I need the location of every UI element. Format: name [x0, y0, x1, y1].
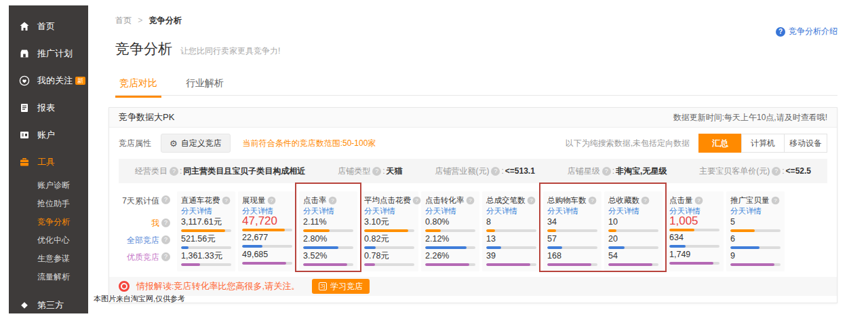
breadcrumb-separator: >: [138, 16, 142, 25]
metric-cell: 0.82元: [364, 234, 414, 251]
metric-cell: 5: [730, 217, 781, 234]
filter-colon: :: [612, 166, 614, 176]
daily-detail-link[interactable]: 分天详情: [303, 206, 353, 217]
sidebar-item-label: 账户: [37, 129, 55, 141]
question-icon[interactable]: ?: [328, 197, 336, 205]
metric-bar-fill: [425, 229, 441, 232]
question-icon[interactable]: ?: [161, 195, 170, 204]
question-icon[interactable]: ?: [771, 197, 779, 205]
tools-submenu: 账户诊断抢位助手竞争分析优化中心生意参谋流量解析: [9, 176, 88, 288]
metric-cell: 1,005: [669, 216, 719, 233]
daily-detail-link[interactable]: 分天详情: [181, 206, 231, 217]
help-link[interactable]: ? 竞争分析介绍: [776, 26, 837, 37]
breadcrumb: 首页 > 竞争分析: [115, 15, 182, 26]
metric-bar-fill: [486, 246, 501, 249]
sidebar-item-account[interactable]: 账户: [9, 121, 88, 149]
question-icon[interactable]: ?: [372, 167, 381, 176]
question-icon[interactable]: ?: [413, 197, 421, 205]
sidebar-item-my-follows[interactable]: 我的关注新: [9, 67, 88, 94]
metric-cell: 13: [486, 234, 536, 251]
metric-bar-track: [547, 263, 597, 266]
sidebar-item-promotion-plan[interactable]: 推广计划: [9, 40, 88, 67]
sidebar-item-label: 工具: [37, 156, 55, 168]
shop-icon: [19, 48, 30, 59]
metric-column-title: 展现量?: [242, 195, 292, 206]
metric-label-text: 总成交笔数: [486, 195, 526, 206]
metric-bar-track: [242, 229, 292, 231]
page-title: 竞争分析: [115, 39, 172, 58]
sidebar-subitem-traffic-analysis[interactable]: 流量解析: [9, 268, 88, 286]
question-icon[interactable]: ?: [642, 197, 650, 205]
metric-cell: 49,685: [242, 250, 292, 267]
sidebar-item-tools[interactable]: 工具: [9, 149, 88, 176]
daily-detail-link[interactable]: 分天详情: [608, 206, 658, 217]
filter-value: <=513.1: [505, 166, 535, 176]
filter-label: 店铺营业额(元): [435, 166, 489, 177]
metric-value: 2.26%: [425, 251, 475, 261]
question-circle-icon: ?: [776, 27, 785, 37]
question-icon[interactable]: ?: [491, 167, 500, 176]
daily-detail-link[interactable]: 分天详情: [547, 206, 597, 217]
metric-column-直通车花费: 直通车花费?分天详情3,117.61元521.56元1,361.33元: [177, 191, 235, 271]
daily-detail-link[interactable]: 分天详情: [364, 206, 414, 217]
row-label-全部竞店: 全部竞店?: [119, 234, 170, 251]
segment-移动设备[interactable]: 移动设备: [784, 134, 827, 153]
question-icon[interactable]: ?: [602, 167, 611, 176]
metric-bar-track: [669, 262, 719, 265]
row-header-title: 7天累计值 ?: [119, 191, 170, 217]
sidebar-item-home[interactable]: 首页: [9, 13, 88, 40]
metric-bar-fill: [242, 245, 262, 248]
filter-bar: 经营类目?:同主营类目且宝贝子类目构成相近店铺类型?:天猫店铺营业额(元)?:<…: [119, 159, 827, 183]
metric-column-展现量: 展现量?分天详情47,72022,67749,685: [238, 191, 296, 271]
metric-bar-track: [364, 263, 414, 266]
learn-shop-button-label: 学习竞店: [330, 281, 363, 292]
custom-shop-button[interactable]: ⚙ 自定义竞店: [161, 134, 231, 153]
question-icon[interactable]: ?: [161, 235, 170, 244]
metric-cell: 6: [730, 234, 781, 251]
metric-cell: 34: [547, 217, 597, 234]
sidebar-item-reports[interactable]: 报表: [9, 94, 88, 121]
sidebar-menu: 首页推广计划我的关注新报表账户工具账户诊断抢位助手竞争分析优化中心生意参谋流量解…: [9, 13, 88, 319]
question-icon[interactable]: ?: [588, 197, 596, 205]
sidebar-item-third-party[interactable]: 第三方: [9, 292, 88, 319]
metric-bar-fill: [730, 246, 760, 249]
metric-column-title: 平均点击花费?: [364, 195, 414, 206]
daily-detail-link[interactable]: 分天详情: [425, 206, 475, 217]
metric-value: 9: [730, 251, 781, 261]
question-icon[interactable]: ?: [170, 167, 178, 176]
sidebar-subitem-account-diagnosis[interactable]: 账户诊断: [9, 176, 88, 195]
diamond-icon: [19, 300, 30, 311]
tab-shop-compare[interactable]: 竞店对比: [115, 77, 161, 98]
metric-bar-fill: [547, 229, 556, 232]
metric-column-title: 总成交笔数?: [486, 195, 536, 206]
question-icon[interactable]: ?: [772, 167, 781, 176]
account-card-icon: [19, 130, 30, 140]
filter-value: 天猫: [387, 166, 403, 177]
page-title-row: 竞争分析 让您比同行卖家更具竞争力!: [115, 39, 280, 58]
sidebar-subitem-business-advisor[interactable]: 生意参谋: [9, 250, 88, 268]
daily-detail-link[interactable]: 分天详情: [730, 206, 781, 217]
tab-industry-analysis[interactable]: 行业解析: [182, 77, 228, 96]
main-content: 首页 > 竞争分析 ? 竞争分析介绍 竞争分析 让您比同行卖家更具竞争力! 竞店…: [88, 0, 868, 325]
sidebar-subitem-competition-analysis[interactable]: 竞争分析: [9, 213, 88, 231]
question-icon[interactable]: ?: [222, 197, 230, 205]
segment-汇总[interactable]: 汇总: [698, 134, 742, 153]
metric-cell: 57: [547, 234, 597, 251]
daily-detail-link[interactable]: 分天详情: [486, 206, 536, 217]
breadcrumb-home[interactable]: 首页: [115, 16, 132, 25]
question-icon[interactable]: ?: [267, 197, 275, 205]
segment-计算机[interactable]: 计算机: [741, 134, 785, 153]
question-icon[interactable]: ?: [527, 197, 535, 205]
question-icon[interactable]: ?: [694, 197, 703, 205]
question-icon[interactable]: ?: [466, 197, 474, 205]
metric-bar-fill: [608, 246, 625, 249]
sidebar-subitem-optimization-center[interactable]: 优化中心: [9, 231, 88, 250]
learn-shop-button[interactable]: 习 学习竞店: [312, 279, 370, 294]
metric-cell: 8: [486, 217, 536, 234]
panel-title: 竞争数据大PK: [119, 111, 174, 123]
report-icon: [19, 102, 30, 113]
filter-colon: :: [382, 166, 384, 176]
question-icon[interactable]: ?: [161, 218, 170, 227]
question-icon[interactable]: ?: [161, 252, 170, 261]
sidebar-subitem-slot-assistant[interactable]: 抢位助手: [9, 195, 88, 213]
